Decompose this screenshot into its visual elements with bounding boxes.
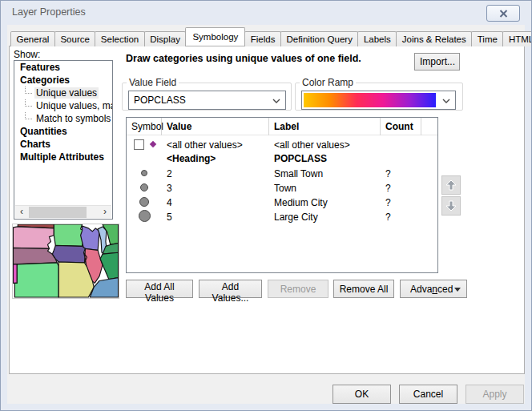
circle-symbol[interactable]: [139, 197, 149, 207]
row-count: ?: [385, 197, 391, 208]
tree-item-unique-values-many[interactable]: Unique values, many: [14, 99, 112, 112]
row-value: 2: [167, 168, 172, 179]
cancel-button[interactable]: Cancel: [399, 385, 457, 404]
tab-fields[interactable]: Fields: [244, 31, 281, 46]
tab-source[interactable]: Source: [54, 31, 95, 46]
state-polygon: [13, 264, 17, 283]
scroll-left-icon[interactable]: ‹: [15, 206, 28, 219]
header-value[interactable]: Value: [162, 118, 269, 135]
chevron-down-icon: [272, 99, 280, 103]
remove-all-button[interactable]: Remove All: [333, 280, 394, 298]
ok-button[interactable]: OK: [332, 385, 391, 404]
table-row[interactable]: 5 Large City ?: [127, 210, 437, 224]
tab-display[interactable]: Display: [144, 31, 187, 46]
apply-button: Apply: [466, 385, 524, 404]
close-icon: [499, 10, 508, 18]
tree-item-quantities[interactable]: Quantities: [14, 125, 112, 138]
color-ramp-preview: [304, 93, 436, 107]
add-all-values-button[interactable]: Add All Values: [126, 280, 193, 298]
tree-horizontal-scrollbar[interactable]: ‹ ›: [15, 205, 111, 218]
color-ramp-group: Color Ramp: [295, 77, 463, 111]
row-label: Large City: [274, 212, 318, 223]
chevron-down-icon: [442, 99, 450, 103]
tab-general[interactable]: General: [10, 31, 55, 46]
dropdown-arrow-icon: [454, 288, 461, 292]
table-header: Symbol Value Label Count: [127, 118, 437, 135]
state-polygon: [13, 248, 57, 264]
symbology-tab-page: Show: Features Categories Unique values …: [9, 46, 525, 374]
import-button[interactable]: Import...: [414, 53, 460, 71]
value-field-group: Value Field POPCLASS: [122, 77, 292, 111]
header-label[interactable]: Label: [269, 118, 381, 135]
titlebar[interactable]: Layer Properties: [1, 1, 531, 25]
dialog-body: GeneralSourceSelectionDisplaySymbologyFi…: [7, 25, 525, 404]
tab-strip: GeneralSourceSelectionDisplaySymbologyFi…: [10, 27, 523, 46]
header-count[interactable]: Count: [381, 118, 421, 135]
value-field-label: Value Field: [127, 77, 179, 88]
close-button[interactable]: [486, 5, 520, 22]
tree-item-charts[interactable]: Charts: [14, 138, 112, 151]
table-row[interactable]: 2 Small Town ?: [127, 167, 437, 181]
tree-item-match-to-symbols[interactable]: Match to symbols in a: [14, 112, 112, 125]
value-field-combo[interactable]: POPCLASS: [128, 91, 286, 110]
move-up-button[interactable]: [441, 175, 461, 195]
tree-branch-icon: [25, 99, 32, 107]
method-description: Draw categories using unique values of o…: [126, 53, 361, 64]
row-value: <all other values>: [167, 139, 243, 151]
remove-button: Remove: [268, 280, 328, 298]
row-value: 5: [167, 212, 172, 223]
tab-definition-query[interactable]: Definition Query: [280, 31, 358, 46]
map-preview: [12, 224, 119, 299]
state-polygon: [13, 227, 54, 248]
table-row[interactable]: <Heading> POPCLASS: [127, 151, 437, 166]
add-values-button[interactable]: Add Values...: [199, 280, 262, 298]
tab-html-popup[interactable]: HTML Popup: [502, 31, 532, 46]
table-row[interactable]: <all other values> <all other values>: [127, 138, 437, 152]
show-label: Show:: [14, 49, 40, 60]
tab-labels[interactable]: Labels: [357, 31, 397, 46]
circle-symbol[interactable]: [139, 210, 151, 222]
move-down-button[interactable]: [441, 196, 461, 216]
row-label: Small Town: [274, 168, 323, 179]
diamond-symbol[interactable]: [149, 141, 155, 147]
tree-branch-icon: [25, 112, 32, 119]
tab-joins-relates[interactable]: Joins & Relates: [396, 31, 472, 46]
value-field-value: POPCLASS: [134, 95, 186, 106]
table-row[interactable]: 4 Medium City ?: [127, 195, 437, 210]
scrollbar-thumb[interactable]: [29, 207, 87, 218]
tree-branch-icon: [25, 87, 32, 94]
row-count: ?: [385, 168, 391, 179]
state-polygon: [81, 226, 99, 250]
state-polygon: [100, 252, 119, 279]
circle-symbol[interactable]: [141, 170, 147, 176]
row-label: POPCLASS: [274, 153, 327, 164]
tab-time[interactable]: Time: [471, 31, 503, 46]
advanced-button[interactable]: Advanced: [400, 280, 467, 298]
row-label: Medium City: [274, 197, 328, 208]
row-count: ?: [385, 183, 391, 194]
arrow-down-icon: [445, 199, 457, 212]
circle-symbol[interactable]: [140, 183, 148, 191]
state-polygon: [52, 245, 87, 263]
tree-item-features[interactable]: Features: [14, 61, 112, 74]
table-row[interactable]: 3 Town ?: [127, 181, 437, 195]
all-other-values-checkbox[interactable]: [134, 139, 144, 150]
layer-properties-dialog: Layer Properties GeneralSourceSelectionD…: [0, 0, 532, 411]
tab-selection[interactable]: Selection: [95, 31, 144, 46]
show-tree: Features Categories Unique values Unique…: [14, 60, 113, 220]
unique-values-table: Symbol Value Label Count <all other valu…: [126, 117, 438, 273]
tab-symbology[interactable]: Symbology: [185, 27, 245, 46]
row-label: <all other values>: [274, 139, 350, 151]
header-symbol[interactable]: Symbol: [127, 118, 162, 135]
state-polygon: [14, 263, 58, 297]
tree-item-unique-values[interactable]: Unique values: [14, 87, 112, 99]
arrow-up-icon: [445, 179, 457, 191]
scroll-right-icon[interactable]: ›: [99, 206, 111, 219]
window-title: Layer Properties: [12, 6, 86, 18]
row-count: ?: [385, 212, 391, 223]
tree-item-multiple-attributes[interactable]: Multiple Attributes: [14, 151, 112, 163]
row-value: 4: [167, 197, 172, 208]
row-value: <Heading>: [167, 153, 216, 164]
tree-item-categories[interactable]: Categories: [14, 74, 112, 87]
color-ramp-combo[interactable]: [301, 91, 456, 110]
